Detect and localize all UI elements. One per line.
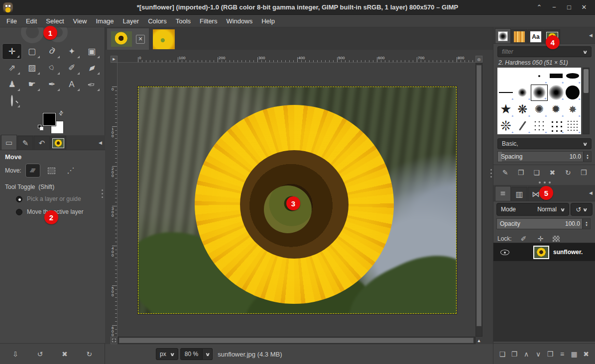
- opacity-spinner[interactable]: ▴▾: [583, 218, 591, 229]
- brush-bar[interactable]: [548, 68, 565, 85]
- brush-specks[interactable]: [531, 118, 548, 135]
- close-tab-icon[interactable]: ✕: [136, 35, 145, 44]
- navigation-button[interactable]: ▲: [476, 337, 482, 344]
- menu-view[interactable]: View: [69, 16, 92, 26]
- move-target-selection-button[interactable]: [44, 164, 59, 178]
- edit-brush-button[interactable]: ✎: [499, 167, 512, 179]
- horizontal-ruler[interactable]: 0100200300400500600700800: [118, 56, 476, 63]
- menu-windows[interactable]: Windows: [222, 16, 257, 26]
- brush-soft-m[interactable]: [531, 85, 548, 101]
- opacity-slider[interactable]: Opacity 100.0: [496, 218, 583, 229]
- brush-hline[interactable]: [497, 85, 514, 101]
- tool-move[interactable]: ✛: [2, 43, 22, 60]
- menu-file[interactable]: File: [2, 16, 21, 26]
- add-mask-button[interactable]: ▦: [568, 348, 580, 360]
- tool-rectangle-select[interactable]: ▢: [22, 43, 42, 60]
- spacing-slider[interactable]: Spacing 10.0: [497, 151, 584, 162]
- dock-collapse-icon[interactable]: ◀: [99, 140, 102, 145]
- vertical-ruler[interactable]: 01 0 02 0 03 0 04 0 05 0 06 0 0: [111, 63, 118, 337]
- menu-edit[interactable]: Edit: [21, 16, 41, 26]
- close-icon[interactable]: ✕: [579, 3, 589, 11]
- tool-gradient[interactable]: ▨: [22, 60, 42, 76]
- tab-brushes[interactable]: [495, 28, 511, 43]
- image-tab-sunflower[interactable]: ✕: [107, 28, 149, 50]
- menu-image[interactable]: Image: [91, 16, 118, 26]
- menu-help[interactable]: Help: [257, 16, 279, 26]
- brush-streak[interactable]: [514, 118, 531, 135]
- tab-layers[interactable]: ≡: [495, 186, 511, 201]
- vertical-scrollbar-thumb[interactable]: [476, 65, 481, 326]
- zoom-select[interactable]: ∨: [203, 348, 213, 360]
- layer-row[interactable]: sunflower.: [493, 243, 595, 261]
- brush-specks-md[interactable]: [548, 118, 565, 135]
- tool-paths[interactable]: ✒: [42, 76, 62, 92]
- open-brush-as-image-button[interactable]: ❒: [577, 167, 590, 179]
- tool-paintbrush[interactable]: ✐: [62, 60, 82, 76]
- brush-dots-fine[interactable]: [564, 118, 581, 135]
- move-target-layer-button[interactable]: ≡: [25, 164, 40, 178]
- maximize-icon[interactable]: □: [564, 3, 574, 11]
- menu-filters[interactable]: Filters: [195, 16, 222, 26]
- reset-preset-button[interactable]: ↻: [83, 348, 96, 360]
- save-preset-button[interactable]: ⇩: [9, 348, 22, 360]
- brush-blob[interactable]: ❊: [497, 118, 514, 135]
- tool-eraser[interactable]: ▰: [82, 60, 102, 76]
- brush-splat-4[interactable]: ✸: [564, 101, 581, 118]
- image-tab-yellow-flower[interactable]: [149, 28, 179, 50]
- tool-smudge[interactable]: ☛: [22, 76, 42, 92]
- zoom-level-field[interactable]: 80 %: [180, 348, 203, 360]
- brush-soft-l[interactable]: [548, 85, 565, 101]
- brush-circle[interactable]: [564, 85, 581, 101]
- ruler-origin-button[interactable]: ▶: [111, 56, 118, 63]
- tab-patterns[interactable]: [511, 29, 527, 43]
- dock-splitter-handle[interactable]: [493, 180, 595, 185]
- swap-colors-icon[interactable]: ⇄: [57, 109, 65, 117]
- tab-undo-history[interactable]: ↶: [34, 136, 50, 150]
- delete-preset-button[interactable]: ✖: [58, 348, 71, 360]
- tool-text[interactable]: A: [62, 76, 82, 92]
- tab-device-status[interactable]: ✎: [17, 136, 33, 150]
- tool-bucket-fill[interactable]: ⌂: [42, 60, 62, 76]
- menu-tools[interactable]: Tools: [171, 16, 195, 26]
- unit-select[interactable]: px ∨: [156, 348, 178, 360]
- layer-mode-select[interactable]: Mode Normal ∨: [496, 203, 569, 216]
- new-layer-group-button[interactable]: ❐: [508, 348, 520, 360]
- refresh-brushes-button[interactable]: ↻: [562, 167, 575, 179]
- brush-splat-2[interactable]: ✺: [531, 101, 548, 118]
- raise-layer-button[interactable]: ∧: [520, 348, 532, 360]
- mode-switch-button[interactable]: ↺∨: [571, 203, 593, 216]
- duplicate-brush-button[interactable]: ❏: [530, 167, 543, 179]
- menu-colors[interactable]: Colors: [143, 16, 171, 26]
- brush-star[interactable]: ★: [497, 101, 514, 118]
- tool-crop[interactable]: ▣: [82, 43, 102, 60]
- spacing-spinner[interactable]: ▴▾: [584, 151, 592, 162]
- tab-images[interactable]: [50, 136, 66, 150]
- horizontal-scrollbar[interactable]: [118, 337, 476, 344]
- tab-tool-options[interactable]: ▭: [1, 135, 17, 150]
- dock-collapse-icon[interactable]: ◀: [589, 190, 593, 195]
- lock-alpha-icon[interactable]: [553, 236, 560, 242]
- menu-select[interactable]: Select: [41, 16, 68, 26]
- zoom-follow-window-icon[interactable]: ◎: [476, 56, 482, 63]
- brush-splat-1[interactable]: ❋: [514, 101, 531, 118]
- new-layer-button[interactable]: ❏: [496, 348, 508, 360]
- tab-channels[interactable]: ▥: [511, 187, 527, 201]
- canvas-dock-grip[interactable]: [490, 169, 492, 178]
- quick-mask-button[interactable]: [111, 337, 118, 344]
- brush-soft-s[interactable]: [514, 85, 531, 101]
- brush-filter-input[interactable]: filter ∨: [497, 46, 592, 57]
- brush-scrollbar[interactable]: [583, 68, 590, 134]
- tool-fuzzy-select[interactable]: ✦: [62, 43, 82, 60]
- tool-free-select[interactable]: ϱ: [42, 43, 62, 60]
- visibility-eye-icon[interactable]: [500, 250, 509, 255]
- duplicate-layer-button[interactable]: ❒: [544, 348, 556, 360]
- delete-brush-button[interactable]: ✖: [546, 167, 559, 179]
- brush-dot-tiny[interactable]: [531, 68, 548, 85]
- dock-collapse-icon[interactable]: ◀: [589, 33, 593, 38]
- merge-layer-button[interactable]: ≡: [556, 348, 568, 360]
- radio-pick-layer[interactable]: Pick a layer or guide: [0, 192, 105, 205]
- menu-layer[interactable]: Layer: [119, 16, 144, 26]
- foreground-color-swatch[interactable]: [43, 113, 56, 126]
- shade-icon[interactable]: ⌃: [534, 3, 544, 11]
- tool-transform[interactable]: ⇗: [2, 60, 22, 76]
